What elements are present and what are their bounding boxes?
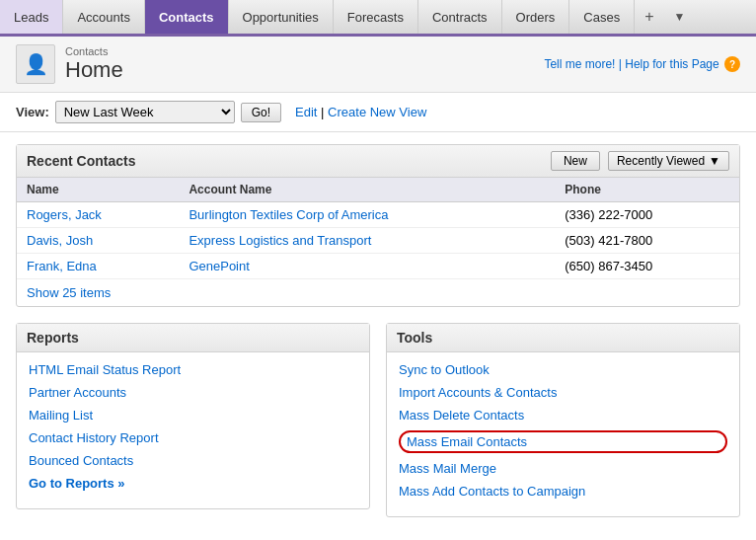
nav-item-contacts[interactable]: Contacts [145, 0, 229, 34]
edit-links: Edit | Create New View [295, 105, 426, 119]
page-title: Home [65, 57, 123, 83]
top-navigation: Leads Accounts Contacts Opportunities Fo… [0, 0, 756, 36]
contact-account-link[interactable]: Burlington Textiles Corp of America [189, 207, 388, 222]
contacts-icon: 👤 [16, 44, 55, 84]
recently-viewed-label: Recently Viewed [617, 154, 705, 168]
contact-name-link[interactable]: Davis, Josh [27, 233, 93, 248]
col-name: Name [17, 178, 179, 202]
contacts-table: Name Account Name Phone Rogers, Jack Bur… [17, 178, 739, 278]
tool-link[interactable]: Mass Add Contacts to Campaign [399, 484, 727, 499]
recent-contacts-header: Recent Contacts New Recently Viewed ▼ [17, 145, 739, 178]
tools-column: Tools Sync to OutlookImport Accounts & C… [386, 323, 740, 517]
col-phone: Phone [555, 178, 739, 202]
table-row: Frank, Edna GenePoint (650) 867-3450 [17, 254, 739, 279]
col-account: Account Name [179, 178, 555, 202]
page-header: 👤 Contacts Home Tell me more! | Help for… [0, 37, 756, 93]
report-link[interactable]: HTML Email Status Report [29, 362, 357, 377]
help-icon[interactable]: ? [724, 56, 740, 72]
recent-contacts-title: Recent Contacts [27, 153, 135, 169]
reports-column: Reports HTML Email Status ReportPartner … [16, 323, 370, 517]
show-items-link[interactable]: Show 25 items [27, 285, 111, 300]
contact-name-link[interactable]: Frank, Edna [27, 259, 97, 273]
nav-item-orders[interactable]: Orders [502, 0, 570, 34]
nav-item-leads[interactable]: Leads [0, 0, 63, 34]
nav-item-accounts[interactable]: Accounts [63, 0, 144, 34]
table-header-row: Name Account Name Phone [17, 178, 739, 202]
view-select[interactable]: New Last WeekAll ContactsMy ContactsRece… [55, 101, 235, 123]
tool-link[interactable]: Sync to Outlook [399, 362, 727, 377]
breadcrumb: Contacts [65, 45, 123, 57]
report-link[interactable]: Bounced Contacts [29, 453, 357, 468]
two-column-section: Reports HTML Email Status ReportPartner … [16, 323, 740, 517]
tell-me-more-link[interactable]: Tell me more! [544, 57, 615, 71]
mass-email-contacts-link[interactable]: Mass Email Contacts [399, 430, 727, 453]
reports-panel-header: Reports [17, 324, 369, 352]
contact-account-link[interactable]: GenePoint [189, 259, 249, 273]
reports-panel: Reports HTML Email Status ReportPartner … [16, 323, 370, 509]
page-header-left: 👤 Contacts Home [16, 44, 123, 84]
contact-phone-cell: (503) 421-7800 [555, 228, 739, 254]
nav-item-forecasts[interactable]: Forecasts [334, 0, 418, 34]
contact-name-link[interactable]: Rogers, Jack [27, 207, 102, 222]
tools-panel-header: Tools [387, 324, 739, 352]
recently-viewed-arrow: ▼ [709, 154, 720, 168]
show-items: Show 25 items [17, 278, 739, 306]
tools-title: Tools [397, 330, 729, 346]
contact-phone-cell: (336) 222-7000 [555, 202, 739, 228]
report-link[interactable]: Contact History Report [29, 430, 357, 445]
contact-account-link[interactable]: Express Logistics and Transport [189, 233, 371, 248]
create-new-view-link[interactable]: Create New View [328, 105, 426, 119]
go-button[interactable]: Go! [241, 103, 281, 122]
reports-panel-body: HTML Email Status ReportPartner Accounts… [17, 352, 369, 508]
view-bar: View: New Last WeekAll ContactsMy Contac… [0, 93, 756, 132]
main-content: Recent Contacts New Recently Viewed ▼ Na… [0, 132, 756, 529]
contact-phone-cell: (650) 867-3450 [555, 254, 739, 279]
go-to-reports-link[interactable]: Go to Reports » [29, 476, 357, 491]
breadcrumb-title: Contacts Home [65, 45, 123, 83]
nav-item-opportunities[interactable]: Opportunities [229, 0, 334, 34]
page-header-right: Tell me more! | Help for this Page ? [544, 56, 740, 72]
tool-link[interactable]: Import Accounts & Contacts [399, 385, 727, 400]
new-contact-button[interactable]: New [551, 151, 600, 171]
table-row: Rogers, Jack Burlington Textiles Corp of… [17, 202, 739, 228]
nav-more-arrow[interactable]: ▼ [664, 0, 696, 34]
contact-name-cell: Frank, Edna [17, 254, 179, 279]
contact-name-cell: Rogers, Jack [17, 202, 179, 228]
report-link[interactable]: Partner Accounts [29, 385, 357, 400]
recent-contacts-section: Recent Contacts New Recently Viewed ▼ Na… [16, 144, 740, 307]
nav-item-contracts[interactable]: Contracts [418, 0, 502, 34]
nav-item-cases[interactable]: Cases [569, 0, 635, 34]
help-page-link[interactable]: Help for this Page [625, 57, 718, 71]
contact-name-cell: Davis, Josh [17, 228, 179, 254]
tool-link[interactable]: Mass Delete Contacts [399, 408, 727, 423]
report-link[interactable]: Mailing List [29, 408, 357, 423]
section-header-actions: New Recently Viewed ▼ [551, 151, 729, 171]
edit-view-link[interactable]: Edit [295, 105, 317, 119]
view-label: View: [16, 105, 49, 119]
tool-link[interactable]: Mass Mail Merge [399, 461, 727, 476]
contact-account-cell: GenePoint [179, 254, 555, 279]
tools-panel: Tools Sync to OutlookImport Accounts & C… [386, 323, 740, 517]
tools-panel-body: Sync to OutlookImport Accounts & Contact… [387, 352, 739, 516]
table-row: Davis, Josh Express Logistics and Transp… [17, 228, 739, 254]
contact-account-cell: Express Logistics and Transport [179, 228, 555, 254]
reports-title: Reports [27, 330, 359, 346]
nav-plus-button[interactable]: + [635, 0, 663, 34]
contact-account-cell: Burlington Textiles Corp of America [179, 202, 555, 228]
recently-viewed-button[interactable]: Recently Viewed ▼ [608, 151, 729, 171]
